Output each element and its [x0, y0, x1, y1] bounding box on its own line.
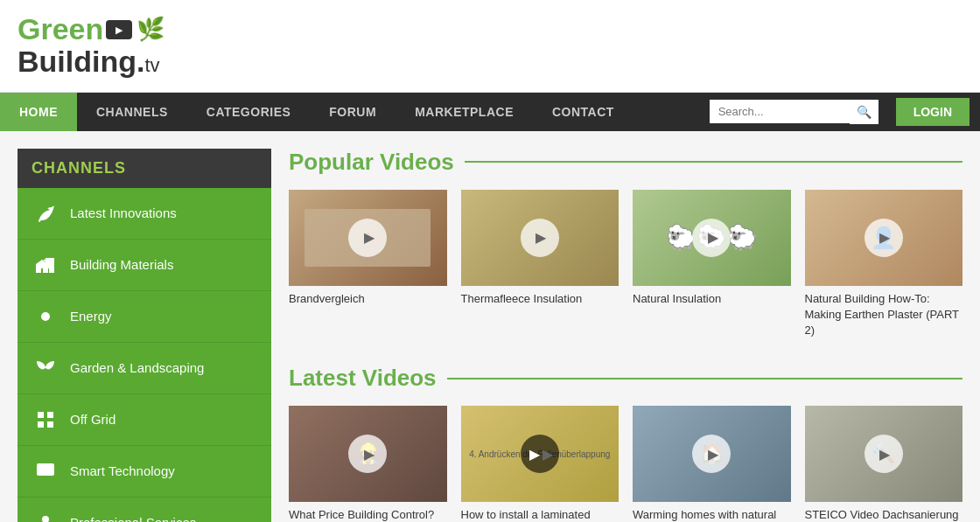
video-thumb-latest-3: 🏠 [633, 406, 791, 502]
video-thumb-4: 👤 [805, 190, 963, 286]
sidebar-item-building-materials[interactable]: Building Materials [18, 240, 271, 291]
sidebar-item-label: Building Materials [70, 257, 173, 272]
nav-channels[interactable]: CHANNELS [77, 93, 187, 131]
video-thumb-1: 🔥 [289, 190, 447, 286]
logo-green: Green [18, 13, 103, 45]
logo-building: Building. [18, 45, 144, 78]
popular-videos-title: Popular Videos [289, 149, 962, 176]
svg-rect-3 [47, 421, 53, 428]
latest-videos-grid: 👷 What Price Building Control? 4. Andrüc… [289, 406, 962, 522]
video-title-latest-1: What Price Building Control? [289, 507, 447, 522]
login-button[interactable]: LOGIN [896, 98, 970, 126]
play-button-2[interactable] [521, 219, 559, 257]
nav-categories[interactable]: CATEGORIES [187, 93, 311, 131]
garden-icon [32, 354, 60, 382]
video-thumb-latest-4: 🔨 [805, 406, 963, 502]
sidebar-item-smart-tech[interactable]: Smart Technology [18, 446, 271, 498]
sidebar-item-energy[interactable]: Energy [18, 291, 271, 343]
video-card-latest-2[interactable]: 4. Andrücken der Folienüberlappung ▶ How… [461, 406, 620, 522]
main-nav: HOME CHANNELS CATEGORIES FORUM MARKETPLA… [0, 93, 980, 131]
svg-rect-4 [38, 421, 44, 428]
sidebar-item-label: Garden & Landscaping [70, 360, 204, 375]
play-button-latest-3[interactable] [692, 435, 731, 473]
play-button-3[interactable] [692, 219, 731, 257]
video-card-popular-3[interactable]: 🐑🐑🐑 Natural Insulation [633, 190, 791, 339]
video-card-latest-4[interactable]: 🔨 STEICO Video Dachsanierung flex UniDry [805, 406, 963, 522]
play-button-latest-2[interactable]: ▶ [521, 435, 559, 473]
search-button[interactable]: 🔍 [850, 100, 878, 124]
logo-tv-icon: ▶ [106, 20, 132, 39]
content-area: Popular Videos 🔥 Brandvergleich Thermafl… [289, 149, 962, 522]
search-bar: 🔍 [699, 93, 889, 131]
nav-marketplace[interactable]: MARKETPLACE [396, 93, 533, 131]
play-button-4[interactable] [864, 219, 903, 257]
sidebar-item-label: Off Grid [70, 412, 116, 427]
video-title-latest-4: STEICO Video Dachsanierung flex UniDry [805, 507, 963, 522]
logo[interactable]: Green ▶ 🌿 Building. tv [18, 13, 164, 79]
video-thumb-latest-2: 4. Andrücken der Folienüberlappung ▶ [461, 406, 620, 502]
latest-videos-title: Latest Videos [289, 365, 962, 392]
video-title-3: Natural Insulation [633, 291, 791, 307]
leaf-icon [32, 199, 60, 227]
svg-point-0 [41, 312, 50, 321]
video-title-4: Natural Building How-To: Making Earthen … [805, 291, 963, 339]
sidebar-header: CHANNELS [18, 149, 271, 188]
play-button-latest-4[interactable] [864, 435, 903, 473]
video-title-2: Thermafleece Insulation [461, 291, 620, 307]
video-title-1: Brandvergleich [289, 291, 447, 307]
site-header: Green ▶ 🌿 Building. tv [0, 0, 980, 93]
sidebar-item-latest-innovations[interactable]: Latest Innovations [18, 188, 271, 240]
nav-forum[interactable]: FORUM [310, 93, 396, 131]
offgrid-icon [32, 406, 60, 434]
video-card-latest-3[interactable]: 🏠 Warming homes with natural insulation … [633, 406, 791, 522]
video-title-latest-3: Warming homes with natural insulation St… [633, 507, 791, 522]
logo-tv-text: tv [144, 55, 159, 76]
building-icon [32, 251, 60, 279]
play-button-1[interactable] [348, 219, 387, 257]
sidebar-item-garden[interactable]: Garden & Landscaping [18, 343, 271, 394]
logo-leaf-icon: 🌿 [136, 17, 164, 42]
video-card-popular-2[interactable]: Thermafleece Insulation [461, 190, 620, 339]
nav-home[interactable]: HOME [0, 93, 77, 131]
nav-items: HOME CHANNELS CATEGORIES FORUM MARKETPLA… [0, 93, 699, 131]
play-button-latest-1[interactable] [348, 435, 387, 473]
search-input[interactable] [710, 100, 850, 123]
energy-icon [32, 303, 60, 331]
video-thumb-3: 🐑🐑🐑 [633, 190, 791, 286]
video-card-latest-1[interactable]: 👷 What Price Building Control? [289, 406, 447, 522]
sidebar-item-label: Energy [70, 309, 112, 324]
video-card-popular-1[interactable]: 🔥 Brandvergleich [289, 190, 447, 339]
video-card-popular-4[interactable]: 👤 Natural Building How-To: Making Earthe… [805, 190, 963, 339]
professional-icon [32, 509, 60, 522]
sidebar-item-label: Professional Services [70, 515, 196, 522]
svg-point-6 [42, 516, 49, 522]
popular-videos-grid: 🔥 Brandvergleich Thermafleece Insulation… [289, 190, 962, 339]
sidebar: CHANNELS Latest Innovations Building Mat… [18, 149, 271, 522]
video-thumb-latest-1: 👷 [289, 406, 447, 502]
svg-rect-5 [37, 463, 54, 476]
video-title-latest-2: How to install a laminated underlay shee… [461, 507, 620, 522]
video-thumb-2 [461, 190, 620, 286]
sidebar-item-label: Latest Innovations [70, 205, 177, 220]
sidebar-item-label: Smart Technology [70, 463, 175, 478]
main-content: CHANNELS Latest Innovations Building Mat… [0, 131, 980, 522]
nav-contact[interactable]: CONTACT [533, 93, 634, 131]
svg-rect-2 [47, 412, 53, 418]
svg-rect-1 [38, 412, 44, 418]
sidebar-item-off-grid[interactable]: Off Grid [18, 394, 271, 446]
smart-icon [32, 457, 60, 485]
sidebar-item-professional[interactable]: Professional Services [18, 498, 271, 522]
